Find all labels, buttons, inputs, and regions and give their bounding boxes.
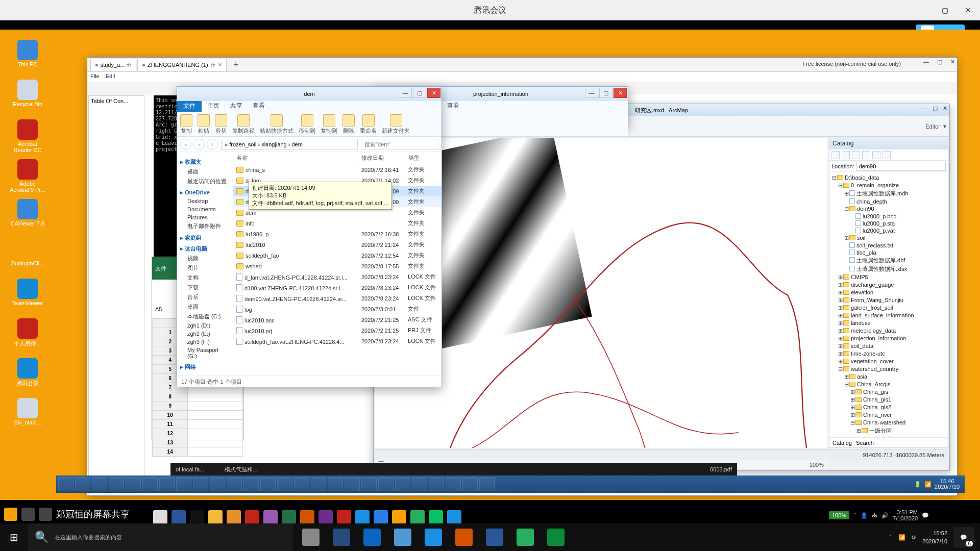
tree-node[interactable]: ⊟China-watershed (831, 419, 946, 427)
tree-node[interactable]: ⊞China_gis2 (831, 404, 946, 411)
taskbar-search[interactable]: 🔍 在这里输入你要搜索的内容 (28, 523, 293, 551)
nav-item[interactable]: 桌面 (180, 167, 230, 177)
file-row[interactable]: d100.vat.ZHENG-PC.41228.41224.sr.l...202… (233, 282, 442, 293)
chevron-up-icon[interactable]: ˄ (889, 534, 892, 541)
app-icon[interactable] (172, 510, 186, 524)
col-date[interactable]: 修改日期 (358, 152, 405, 164)
close-tab-icon[interactable]: ✕ (217, 62, 222, 68)
chevron-up-icon[interactable]: ˄ (853, 512, 856, 519)
nav-item[interactable]: Pictures (180, 213, 230, 221)
tool-icon[interactable] (842, 151, 850, 159)
app-icon[interactable] (263, 510, 278, 524)
minimize-button[interactable]: — (585, 88, 598, 98)
desktop-shortcut[interactable]: SunloginCli... (10, 239, 45, 276)
file-row[interactable]: soildepth_fao2020/7/2 12:54文件夹 (233, 250, 442, 261)
tree-node[interactable]: ⊞vegetation_cover (831, 358, 946, 365)
tree-node[interactable]: ⊟watershed_country (831, 365, 946, 373)
back-button[interactable]: ‹ (180, 139, 191, 150)
app-icon[interactable] (300, 510, 314, 524)
taskbar-pins[interactable] (296, 523, 571, 551)
ribbon-cmd[interactable]: 删除 (342, 114, 355, 135)
notifications-button[interactable]: 💬 6 (953, 527, 974, 547)
taskbar-app[interactable] (378, 477, 394, 491)
taskbar-pin[interactable] (327, 523, 356, 551)
tool-icon[interactable] (872, 151, 880, 159)
tree-node[interactable]: ⊞一级分区 (831, 427, 946, 435)
taskbar-app[interactable] (159, 477, 175, 491)
taskbar-app[interactable] (109, 477, 124, 491)
taskbar-pin[interactable] (480, 523, 509, 551)
taskbar-pin[interactable] (388, 523, 418, 551)
tab-search[interactable]: Search (856, 440, 874, 446)
nav-section[interactable]: ▸ 这台电脑 (180, 245, 230, 253)
close-button[interactable]: ✕ (427, 88, 440, 98)
taskbar-app[interactable] (361, 477, 377, 491)
tree-node[interactable]: ⊞land_surface_information (831, 312, 946, 319)
tool-icon[interactable] (883, 151, 891, 159)
ribbon-body[interactable]: 复制粘贴剪切复制路径粘贴快捷方式移动到复制到删除重命名新建文件夹 (177, 112, 442, 137)
taskbar-app[interactable] (75, 477, 90, 491)
ribbon-tab-share[interactable]: 共享 (225, 99, 248, 112)
desktop-shortcut[interactable]: Acrobat Reader DC (10, 119, 45, 156)
file-row[interactable]: luc2010.asc2020/7/2 21:25ASC 文件 (233, 314, 442, 325)
arcmap-canvas[interactable] (375, 138, 827, 448)
nav-item[interactable]: Desktop (180, 197, 230, 205)
ribbon-cmd[interactable]: 重命名 (360, 114, 377, 135)
maximize-button[interactable]: ▢ (933, 0, 957, 20)
file-row[interactable]: log2020/7/3 0:01文件 (233, 304, 442, 314)
app-icon[interactable] (355, 510, 370, 524)
ribbon-tab-file[interactable]: 文件 (177, 99, 202, 112)
mic-icon[interactable] (39, 508, 52, 521)
app-icon[interactable] (429, 510, 443, 524)
tree-node[interactable]: 土壤属性数据库.xlsx (831, 265, 946, 273)
minimize-button[interactable]: — (399, 88, 412, 98)
nav-item[interactable]: zgh1 (D:) (180, 321, 230, 330)
tree-node[interactable]: ⊟China_Arcgis (831, 381, 946, 388)
ribbon-tab-view[interactable]: 查看 (248, 99, 270, 112)
nav-item[interactable]: 桌面 (180, 302, 230, 312)
taskbar-app[interactable] (429, 477, 444, 491)
taskbar-app[interactable] (176, 477, 191, 491)
ribbon-cmd[interactable]: 复制到 (321, 114, 337, 135)
ribbon-cmd[interactable]: 粘贴快捷方式 (260, 114, 293, 135)
remote-tray[interactable]: 🔋 📶 15:46 2020/7/10 (914, 479, 963, 490)
desktop-shortcut[interactable]: Adobe Acrobat 9 Pr... (10, 159, 45, 196)
tree-node[interactable]: ⊞土壤属性数据库.mdb (831, 189, 946, 198)
app-icon[interactable] (208, 510, 223, 524)
close-button[interactable]: ✕ (957, 0, 980, 20)
tree-node[interactable]: ⊞CMIP5 (831, 273, 946, 281)
taskbar-app[interactable] (446, 477, 461, 491)
tree-node[interactable]: ⊞discharge_gauge (831, 281, 946, 289)
notification-icon[interactable]: 💬 (922, 512, 929, 519)
tree-node[interactable]: ⊟dem90 (831, 205, 946, 213)
tree-node[interactable]: soil_reclass.txt (831, 242, 946, 249)
taskbar-app[interactable] (210, 477, 225, 491)
taskbar-pin[interactable] (449, 523, 479, 551)
nav-item[interactable]: 音乐 (180, 292, 230, 302)
tree-node[interactable]: ⊞landuse (831, 319, 946, 327)
desktop-shortcut[interactable]: TeamViewer (10, 279, 45, 315)
minimize-button[interactable]: — (923, 59, 929, 65)
taskbar-app[interactable] (92, 477, 107, 491)
chevron-down-icon[interactable]: ▾ (943, 123, 946, 130)
nav-item[interactable]: 下载 (180, 283, 230, 292)
maximize-button[interactable]: ▢ (937, 59, 942, 65)
app-icon[interactable] (282, 510, 296, 524)
catalog-toolbar[interactable] (829, 149, 948, 161)
nav-section[interactable]: ▸ 网络 (180, 363, 230, 371)
new-tab-button[interactable]: ＋ (228, 59, 244, 70)
close-button[interactable]: ✕ (614, 88, 627, 98)
nav-item[interactable]: 文档 (180, 273, 230, 283)
file-row[interactable]: dem90.vat.ZHENG-PC.41228.41224.sr...2020… (233, 293, 442, 304)
npp-menubar[interactable]: FileEdit (87, 72, 957, 82)
tree-node[interactable]: ⊞China_gis1 (831, 396, 946, 404)
desktop-shortcut[interactable]: This PC (10, 40, 45, 77)
col-type[interactable]: 类型 (405, 152, 441, 164)
taskbar-app[interactable] (277, 477, 292, 491)
catalog-location-input[interactable] (856, 162, 946, 171)
col-name[interactable]: 名称 (233, 152, 358, 164)
explorer-titlebar[interactable]: dem — ▢ ✕ (177, 87, 442, 101)
nav-item[interactable]: 最近访问的位置 (180, 177, 230, 186)
npp-toc-panel[interactable]: Table Of Con... (88, 95, 144, 494)
tree-node[interactable]: china_depth (831, 198, 946, 205)
